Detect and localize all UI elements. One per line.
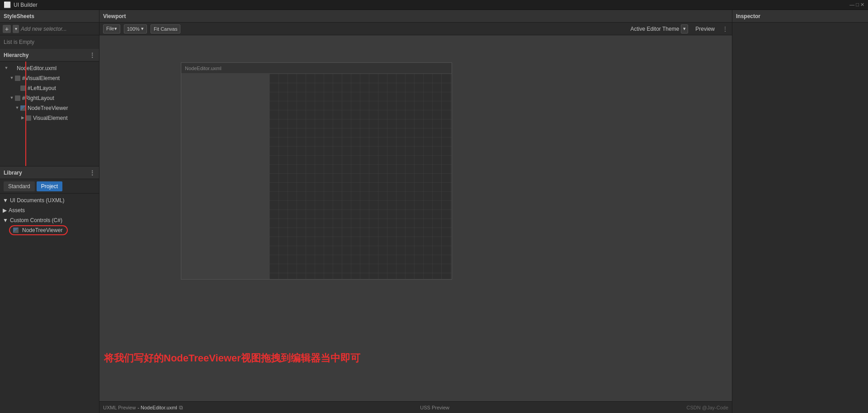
viewport-title: Viewport <box>103 13 126 19</box>
hierarchy-header: Hierarchy ⋮ <box>0 49 99 62</box>
canvas-right-pane <box>269 74 452 279</box>
tree-icon-visualelement <box>14 75 21 81</box>
tree-item-visualelement-child[interactable]: ▶ VisualElement <box>0 113 99 123</box>
library-tabs: Standard Project <box>0 179 99 194</box>
list-empty-text: List is Empty <box>0 35 99 49</box>
uss-preview-label: USS Preview <box>420 405 449 410</box>
tree-arrow-nodetreeviewer[interactable]: ▼ <box>14 105 20 111</box>
active-editor-theme-group: Active Editor Theme ▾ <box>630 24 688 33</box>
zoom-dropdown-arrow: ▾ <box>141 26 144 32</box>
active-editor-theme-label: Active Editor Theme <box>630 26 679 32</box>
lib-group-uidocuments-header[interactable]: ▼ UI Documents (UXML) <box>0 195 99 205</box>
lib-group-customcontrols-header[interactable]: ▼ Custom Controls (C#) <box>0 215 99 225</box>
uxml-file-value: - NodeEditor.uxml <box>137 405 177 410</box>
add-selector-dropdown-button[interactable]: ▾ <box>13 25 19 33</box>
lib-group-customcontrols-label: Custom Controls (C#) <box>10 217 62 223</box>
library-content: ▼ UI Documents (UXML) ▶ Assets ▼ Custom <box>0 194 99 413</box>
file-button[interactable]: File▾ <box>103 24 120 33</box>
tree-label-rightlayout: #RightLayout <box>22 95 54 101</box>
uxml-preview-section: UXML Preview - NodeEditor.uxml ⧉ <box>103 404 183 411</box>
tree-label-nodetreeviewer: NodeTreeViewer <box>28 105 68 111</box>
lib-group-uidocuments: ▼ UI Documents (UXML) <box>0 195 99 205</box>
app-title: UI Builder <box>14 2 38 8</box>
center-panel: Viewport File▾ 100% ▾ Fit Canvas Active … <box>99 10 732 413</box>
tree-item-leftlayout[interactable]: #LeftLayout <box>0 83 99 93</box>
canvas-window-title: NodeEditor.uxml <box>181 63 452 74</box>
lib-item-nodetreeviewer[interactable]: NodeTreeViewer <box>0 225 99 235</box>
lib-group-assets: ▶ Assets <box>0 205 99 215</box>
lib-group-assets-label: Assets <box>9 207 25 214</box>
bottom-right-credit: CSDN @Jay-Code <box>687 405 728 410</box>
tree-label-visualelement: #VisualElement <box>22 75 60 81</box>
library-tab-standard[interactable]: Standard <box>4 181 35 191</box>
library-more-button[interactable]: ⋮ <box>89 169 95 176</box>
tree-label-ve-child: VisualElement <box>33 115 68 121</box>
canvas-content <box>181 74 452 279</box>
hierarchy-content: ▼ NodeEditor.uxml ▼ #VisualElement <box>0 62 99 166</box>
tree-arrow-rightlayout[interactable]: ▼ <box>9 95 14 101</box>
window-controls[interactable]: — □ ✕ <box>849 2 864 8</box>
fit-canvas-button[interactable]: Fit Canvas <box>151 24 181 33</box>
uxml-preview-label: UXML Preview <box>103 405 136 410</box>
lib-group-uidocuments-label: UI Documents (UXML) <box>10 197 65 204</box>
tree-label-nodeeditor: NodeEditor.uxml <box>17 65 57 71</box>
theme-dropdown-button[interactable]: ▾ <box>681 24 688 33</box>
library-header: Library ⋮ <box>0 166 99 179</box>
tree-item-nodetreeviewer[interactable]: ▼ NodeTreeViewer <box>0 103 99 113</box>
lib-group-customcontrols: ▼ Custom Controls (C#) NodeTreeViewer <box>0 215 99 235</box>
bottom-bar: UXML Preview - NodeEditor.uxml ⧉ USS Pre… <box>99 401 732 413</box>
viewport-more-options-button[interactable]: ⋮ <box>722 25 728 33</box>
right-panel: Inspector <box>732 10 868 413</box>
tree-icon-leftlayout <box>20 85 26 91</box>
viewport-toolbar: File▾ 100% ▾ Fit Canvas Active Editor Th… <box>99 23 732 35</box>
tree-label-leftlayout: #LeftLayout <box>28 85 56 91</box>
tree-arrow-nodeeditor[interactable]: ▼ <box>4 66 9 71</box>
lib-group-assets-header[interactable]: ▶ Assets <box>0 205 99 215</box>
uxml-link-icon[interactable]: ⧉ <box>179 404 183 411</box>
zoom-button[interactable]: 100% ▾ <box>124 24 147 33</box>
lib-group-uidocuments-arrow: ▼ <box>3 197 8 204</box>
zoom-value: 100% <box>127 26 140 32</box>
tree-item-visualelement[interactable]: ▼ #VisualElement <box>0 73 99 83</box>
lib-group-assets-arrow: ▶ <box>3 207 7 214</box>
tree-icon-ve-child <box>25 115 32 121</box>
tree-icon-nodeeditor <box>9 65 15 71</box>
hierarchy-more-button[interactable]: ⋮ <box>89 52 95 59</box>
canvas-window: NodeEditor.uxml <box>181 62 452 280</box>
title-bar: ⬜ UI Builder — □ ✕ <box>0 0 868 10</box>
tree-arrow-ve-child[interactable]: ▶ <box>20 115 25 121</box>
viewport-header: Viewport <box>99 10 732 23</box>
theme-dropdown-arrow: ▾ <box>683 26 686 32</box>
app-icon: ⬜ <box>4 1 11 8</box>
annotation-text: 将我们写好的NodeTreeViewer视图拖拽到编辑器当中即可 <box>104 351 360 365</box>
tree-icon-nodetreeviewer <box>20 105 26 111</box>
tree-icon-rightlayout <box>14 95 21 101</box>
lib-group-customcontrols-arrow: ▼ <box>3 217 8 223</box>
add-selector-label: Add new selector... <box>21 26 67 32</box>
canvas-left-pane <box>181 74 269 279</box>
main-layout: StyleSheets + ▾ Add new selector... List… <box>0 10 868 413</box>
add-selector-row: + ▾ Add new selector... <box>0 23 99 35</box>
lib-item-nodetreeviewer-icon <box>13 227 19 233</box>
hierarchy-section: Hierarchy ⋮ ▼ NodeEditor.uxml ▼ <box>0 49 99 166</box>
uss-preview-section: USS Preview <box>420 405 449 410</box>
add-selector-plus-button[interactable]: + <box>3 25 11 33</box>
library-tab-project[interactable]: Project <box>37 181 62 191</box>
inspector-header: Inspector <box>732 10 868 23</box>
left-panel: StyleSheets + ▾ Add new selector... List… <box>0 10 99 413</box>
library-section: Library ⋮ Standard Project ▼ UI Document… <box>0 166 99 413</box>
preview-button[interactable]: Preview <box>692 24 718 33</box>
tree-item-nodeeditor[interactable]: ▼ NodeEditor.uxml <box>0 63 99 73</box>
canvas-area: NodeEditor.uxml 将我们写好的NodeTreeViewer视图拖拽… <box>99 35 732 401</box>
tree-item-rightlayout[interactable]: ▼ #RightLayout <box>0 93 99 103</box>
stylesheets-header: StyleSheets <box>0 10 99 23</box>
lib-item-nodetreeviewer-label: NodeTreeViewer <box>22 227 62 233</box>
tree-arrow-visualelement[interactable]: ▼ <box>9 76 14 81</box>
